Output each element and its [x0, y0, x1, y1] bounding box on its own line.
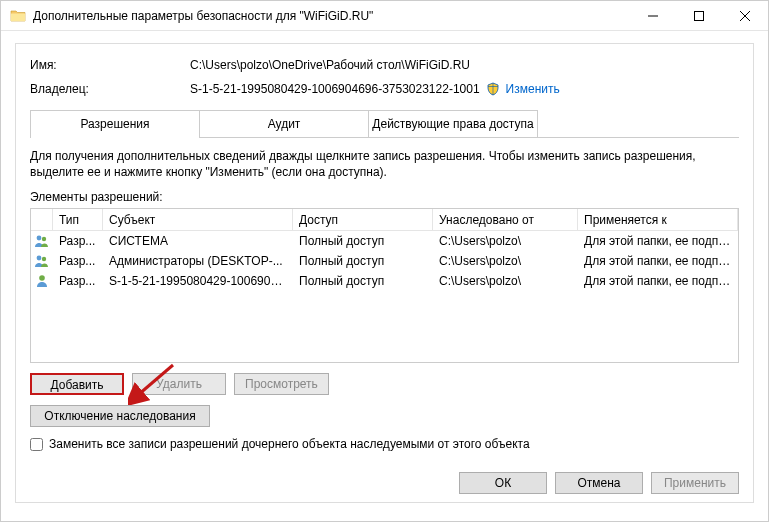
table-row[interactable]: Разр... S-1-5-21-1995080429-1006904... П…	[31, 271, 738, 291]
window-controls	[630, 1, 768, 31]
shield-icon	[486, 82, 500, 96]
user-group-icon	[31, 233, 53, 249]
disable-inheritance-button[interactable]: Отключение наследования	[30, 405, 210, 427]
minimize-button[interactable]	[630, 1, 676, 31]
maximize-button[interactable]	[676, 1, 722, 31]
cancel-button[interactable]: Отмена	[555, 472, 643, 494]
tab-effective-access[interactable]: Действующие права доступа	[368, 110, 538, 137]
list-header: Тип Субъект Доступ Унаследовано от Приме…	[31, 209, 738, 231]
name-value: C:\Users\polzo\OneDrive\Рабочий стол\WiF…	[190, 58, 739, 72]
svg-point-3	[37, 256, 42, 261]
col-type[interactable]: Тип	[53, 209, 103, 230]
ok-button[interactable]: ОК	[459, 472, 547, 494]
tab-bar: Разрешения Аудит Действующие права досту…	[30, 110, 739, 138]
col-access[interactable]: Доступ	[293, 209, 433, 230]
user-icon	[31, 273, 53, 289]
tab-audit[interactable]: Аудит	[199, 110, 369, 137]
description-text: Для получения дополнительных сведений дв…	[30, 148, 739, 180]
permissions-list[interactable]: Тип Субъект Доступ Унаследовано от Приме…	[30, 208, 739, 363]
change-owner-link[interactable]: Изменить	[506, 82, 560, 96]
col-inherited[interactable]: Унаследовано от	[433, 209, 578, 230]
svg-point-4	[42, 257, 46, 261]
view-button: Просмотреть	[234, 373, 329, 395]
remove-button: Удалить	[132, 373, 226, 395]
table-row[interactable]: Разр... СИСТЕМА Полный доступ C:\Users\p…	[31, 231, 738, 251]
svg-point-5	[39, 276, 45, 282]
tab-permissions[interactable]: Разрешения	[30, 110, 200, 137]
owner-value: S-1-5-21-1995080429-1006904696-375302312…	[190, 82, 480, 96]
close-button[interactable]	[722, 1, 768, 31]
col-applies[interactable]: Применяется к	[578, 209, 738, 230]
apply-button: Применить	[651, 472, 739, 494]
titlebar: Дополнительные параметры безопасности дл…	[1, 1, 768, 31]
svg-rect-0	[695, 11, 704, 20]
owner-row: Владелец: S-1-5-21-1995080429-1006904696…	[30, 82, 739, 96]
table-row[interactable]: Разр... Администраторы (DESKTOP-... Полн…	[31, 251, 738, 271]
list-label: Элементы разрешений:	[30, 190, 739, 204]
col-subject[interactable]: Субъект	[103, 209, 293, 230]
folder-icon	[10, 8, 26, 24]
window-title: Дополнительные параметры безопасности дл…	[33, 9, 630, 23]
owner-label: Владелец:	[30, 82, 190, 96]
user-group-icon	[31, 253, 53, 269]
add-button[interactable]: Добавить	[30, 373, 124, 395]
svg-point-2	[42, 237, 46, 241]
dialog-footer: ОК Отмена Применить	[30, 472, 739, 494]
name-row: Имя: C:\Users\polzo\OneDrive\Рабочий сто…	[30, 58, 739, 72]
name-label: Имя:	[30, 58, 190, 72]
replace-children-checkbox[interactable]	[30, 438, 43, 451]
replace-children-label: Заменить все записи разрешений дочернего…	[49, 437, 530, 451]
svg-point-1	[37, 236, 42, 241]
